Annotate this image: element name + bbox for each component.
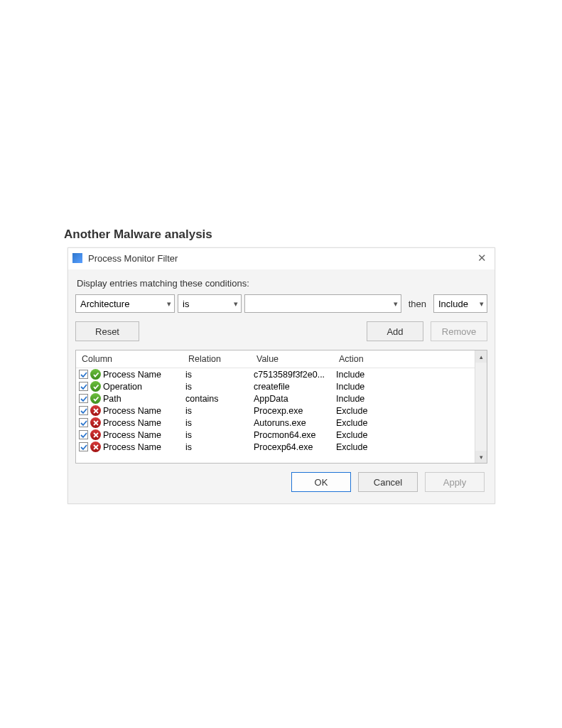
chevron-down-icon: ▾ bbox=[394, 299, 398, 309]
row-column: Process Name bbox=[103, 442, 161, 452]
row-action: Exclude bbox=[336, 418, 400, 428]
row-action: Include bbox=[336, 394, 400, 404]
dialog-title: Process Monitor Filter bbox=[88, 253, 473, 264]
chevron-down-icon: ▾ bbox=[167, 299, 171, 309]
remove-button[interactable]: Remove bbox=[431, 321, 487, 341]
filter-row[interactable]: Process NameisProcmon64.exeExclude bbox=[76, 429, 475, 441]
filter-list: Column Relation Value Action Process Nam… bbox=[75, 350, 487, 464]
header-value[interactable]: Value bbox=[251, 350, 333, 368]
row-value: c7513589f3f2e0... bbox=[254, 370, 336, 380]
row-column: Process Name bbox=[103, 370, 161, 380]
spacer bbox=[423, 321, 431, 341]
apply-button[interactable]: Apply bbox=[425, 472, 485, 492]
checkbox[interactable] bbox=[79, 406, 88, 415]
include-icon bbox=[90, 381, 101, 392]
then-label: then bbox=[404, 299, 431, 309]
checkbox[interactable] bbox=[79, 370, 88, 379]
filter-rows: Process Nameisc7513589f3f2e0...IncludeOp… bbox=[76, 368, 475, 453]
action-select[interactable]: Include ▾ bbox=[433, 294, 487, 313]
add-button[interactable]: Add bbox=[367, 321, 423, 341]
row-column: Operation bbox=[103, 382, 142, 392]
relation-select-value: is bbox=[183, 299, 189, 309]
checkbox[interactable] bbox=[79, 418, 88, 427]
row-value: AppData bbox=[254, 394, 336, 404]
filter-list-header: Column Relation Value Action bbox=[76, 350, 475, 368]
cancel-button[interactable]: Cancel bbox=[358, 472, 418, 492]
checkbox[interactable] bbox=[79, 394, 88, 403]
header-column[interactable]: Column bbox=[76, 350, 183, 368]
column-select[interactable]: Architecture ▾ bbox=[75, 294, 175, 313]
row-value: Procexp64.exe bbox=[254, 442, 336, 452]
row-action: Exclude bbox=[336, 430, 400, 440]
exclude-icon bbox=[90, 405, 101, 416]
header-action[interactable]: Action bbox=[333, 350, 397, 368]
filter-row[interactable]: Process NameisProcexp64.exeExclude bbox=[76, 441, 475, 453]
filter-condition-row: Architecture ▾ is ▾ ▾ then Include ▾ bbox=[75, 294, 487, 313]
relation-select[interactable]: is ▾ bbox=[178, 294, 242, 313]
include-icon bbox=[90, 393, 101, 404]
row-relation: is bbox=[185, 430, 254, 440]
dialog-content: Display entries matching these condition… bbox=[68, 269, 495, 503]
exclude-icon bbox=[90, 429, 101, 440]
row-action: Include bbox=[336, 370, 400, 380]
dialog-buttons: OK Cancel Apply bbox=[75, 464, 487, 496]
row-relation: is bbox=[185, 382, 254, 392]
action-select-value: Include bbox=[438, 299, 468, 309]
include-icon bbox=[90, 369, 101, 380]
row-action: Exclude bbox=[336, 406, 400, 416]
reset-button[interactable]: Reset bbox=[75, 321, 139, 341]
chevron-down-icon: ▾ bbox=[234, 299, 238, 309]
row-value: createfile bbox=[254, 382, 336, 392]
row-action: Exclude bbox=[336, 442, 400, 452]
chevron-down-icon: ▾ bbox=[480, 299, 484, 309]
column-select-value: Architecture bbox=[80, 299, 129, 309]
row-column: Process Name bbox=[103, 418, 161, 428]
exclude-icon bbox=[90, 441, 101, 452]
row-value: Procmon64.exe bbox=[254, 430, 336, 440]
filter-row[interactable]: Process NameisProcexp.exeExclude bbox=[76, 405, 475, 417]
spacer bbox=[139, 321, 367, 341]
row-value: Autoruns.exe bbox=[254, 418, 336, 428]
row-value: Procexp.exe bbox=[254, 406, 336, 416]
row-column: Process Name bbox=[103, 406, 161, 416]
filter-row[interactable]: Process Nameisc7513589f3f2e0...Include bbox=[76, 368, 475, 380]
row-column: Process Name bbox=[103, 430, 161, 440]
scroll-track[interactable] bbox=[475, 363, 487, 451]
scroll-up-icon[interactable]: ▴ bbox=[475, 350, 487, 363]
filter-row[interactable]: OperationiscreatefileInclude bbox=[76, 380, 475, 392]
dialog-titlebar: Process Monitor Filter ✕ bbox=[68, 248, 495, 269]
row-relation: is bbox=[185, 418, 254, 428]
scroll-down-icon[interactable]: ▾ bbox=[475, 451, 487, 463]
close-button[interactable]: ✕ bbox=[473, 251, 490, 265]
row-action: Include bbox=[336, 382, 400, 392]
instruction-text: Display entries matching these condition… bbox=[75, 278, 487, 289]
filter-list-inner: Column Relation Value Action Process Nam… bbox=[76, 350, 475, 463]
checkbox[interactable] bbox=[79, 442, 88, 451]
ok-button[interactable]: OK bbox=[291, 472, 351, 492]
filter-row[interactable]: Process NameisAutoruns.exeExclude bbox=[76, 417, 475, 429]
row-relation: is bbox=[185, 406, 254, 416]
row-relation: contains bbox=[185, 394, 254, 404]
row-relation: is bbox=[185, 442, 254, 452]
scrollbar[interactable]: ▴ ▾ bbox=[475, 350, 487, 463]
row-relation: is bbox=[185, 370, 254, 380]
filter-buttons-row: Reset Add Remove bbox=[75, 321, 487, 341]
row-column: Path bbox=[103, 394, 121, 404]
page-heading: Another Malware analysis bbox=[64, 228, 212, 242]
app-icon bbox=[72, 253, 82, 263]
checkbox[interactable] bbox=[79, 382, 88, 391]
checkbox[interactable] bbox=[79, 430, 88, 439]
process-monitor-filter-dialog: Process Monitor Filter ✕ Display entries… bbox=[67, 247, 495, 504]
value-select[interactable]: ▾ bbox=[244, 294, 401, 313]
exclude-icon bbox=[90, 417, 101, 428]
filter-row[interactable]: PathcontainsAppDataInclude bbox=[76, 392, 475, 405]
header-relation[interactable]: Relation bbox=[183, 350, 251, 368]
